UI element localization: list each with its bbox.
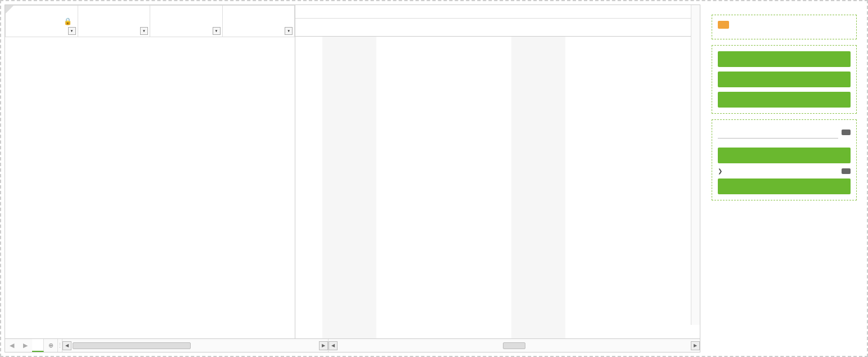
demo-range-button[interactable] <box>842 168 851 174</box>
filter-icon[interactable]: ▼ <box>285 27 293 35</box>
zoom-buttons-box <box>712 45 857 114</box>
lock-icon: 🔒 <box>64 17 72 25</box>
scroll-left-icon[interactable]: ◀ <box>329 341 338 350</box>
sheet-tab-bar: ◀ ▶ ⊕ ⋮ ◀ ▶ ◀ ▶ <box>5 338 700 352</box>
spreadsheet-gantt-area: 🔒 ▼ ▼ ▼ ▼ <box>5 5 700 352</box>
filter-icon[interactable]: ▼ <box>213 27 221 35</box>
col-header-predecessors[interactable]: ▼ <box>222 6 295 37</box>
chevron-down-icon[interactable]: ❯ <box>718 168 722 174</box>
zoom-to-box: ❯ <box>712 119 857 200</box>
tab-nav-next[interactable]: ▶ <box>19 339 32 352</box>
col-header-duration[interactable]: ▼ <box>150 6 223 37</box>
zoom-auto-button[interactable] <box>718 51 851 67</box>
gantt-hscroll[interactable]: ◀ ▶ <box>328 339 700 352</box>
zoom-in-button[interactable] <box>718 72 851 87</box>
zoom-to-range-button[interactable] <box>718 179 851 194</box>
gantt-chart[interactable] <box>295 5 700 338</box>
adjust-tier-box <box>712 15 857 39</box>
gantt-timescale <box>295 5 700 37</box>
col-header-task[interactable]: ▼ <box>78 6 150 37</box>
scroll-right-icon[interactable]: ▶ <box>691 341 700 350</box>
zoom-factor-input[interactable] <box>718 126 838 139</box>
task-hscroll[interactable]: ◀ ▶ <box>62 339 328 352</box>
add-sheet-button[interactable]: ⊕ <box>44 339 57 352</box>
zoom-panel: ❯ <box>706 5 862 352</box>
sheet-tab[interactable] <box>32 339 44 352</box>
scroll-right-icon[interactable]: ▶ <box>319 341 328 350</box>
adjust-tier-unit-button[interactable] <box>718 21 729 29</box>
zoom-to-button[interactable] <box>718 148 851 163</box>
zoom-out-button[interactable] <box>718 92 851 108</box>
task-grid: 🔒 ▼ ▼ ▼ ▼ <box>5 5 295 338</box>
col-header-no[interactable]: 🔒 ▼ <box>6 6 78 37</box>
filter-icon[interactable]: ▼ <box>68 27 76 35</box>
select-all-triangle[interactable] <box>6 6 14 14</box>
filter-icon[interactable]: ▼ <box>140 27 148 35</box>
vertical-scrollbar[interactable] <box>691 5 700 325</box>
scroll-left-icon[interactable]: ◀ <box>62 341 71 350</box>
tab-nav-prev[interactable]: ◀ <box>5 339 19 352</box>
zoom-factor-button[interactable] <box>842 130 851 135</box>
